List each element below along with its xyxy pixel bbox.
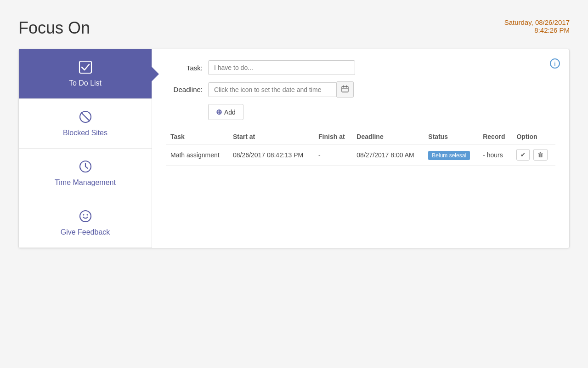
deadline-wrapper (208, 81, 354, 98)
svg-point-8 (86, 214, 88, 216)
status-badge: Belum selesai (428, 151, 470, 160)
datetime-block: Saturday, 08/26/2017 8:42:26 PM (504, 18, 570, 34)
col-status: Status (424, 129, 478, 144)
app-title: Focus On (18, 18, 90, 38)
cell-finish-at: - (314, 144, 352, 166)
svg-point-7 (83, 214, 84, 216)
cell-task: Math assignment (166, 144, 228, 166)
svg-point-6 (80, 211, 91, 222)
col-start-at: Start at (228, 129, 314, 144)
cell-start-at: 08/26/2017 08:42:13 PM (228, 144, 314, 166)
sidebar-time-label: Time Management (55, 178, 116, 187)
sidebar-todo-label: To Do List (69, 79, 102, 87)
col-deadline: Deadline (352, 129, 424, 144)
add-button-row: ⊕ Add (166, 104, 555, 129)
time-icon (79, 160, 92, 176)
table-row: Math assignment 08/26/2017 08:42:13 PM -… (166, 144, 555, 166)
deadline-form-row: Deadline: (166, 81, 555, 98)
col-finish-at: Finish at (314, 129, 352, 144)
info-icon[interactable]: i (550, 58, 560, 71)
cell-record: - hours (478, 144, 512, 166)
col-option: Option (512, 129, 555, 144)
sidebar-item-time[interactable]: Time Management (19, 149, 152, 198)
content-area: i Task: Deadline: (152, 49, 569, 248)
sidebar: To Do List Blocked Sites (19, 49, 152, 248)
task-form-row: Task: (166, 60, 555, 75)
svg-line-5 (85, 167, 88, 168)
add-button[interactable]: ⊕ Add (208, 104, 243, 120)
deadline-input[interactable] (208, 82, 337, 97)
svg-rect-11 (342, 86, 348, 92)
deadline-label: Deadline: (166, 86, 203, 93)
col-task: Task (166, 129, 228, 144)
sidebar-item-todo[interactable]: To Do List (19, 49, 152, 99)
task-table: Task Start at Finish at Deadline Status … (166, 129, 555, 166)
task-input[interactable] (208, 60, 355, 75)
sidebar-item-feedback[interactable]: Give Feedback (19, 198, 152, 248)
cell-option: ✔ 🗑 (512, 144, 555, 166)
time-display: 8:42:26 PM (504, 26, 570, 34)
sidebar-blocked-label: Blocked Sites (63, 129, 107, 137)
todo-icon (79, 60, 92, 76)
calendar-button[interactable] (337, 81, 354, 98)
blocked-icon (79, 110, 92, 126)
date-display: Saturday, 08/26/2017 (504, 18, 570, 26)
header: Focus On Saturday, 08/26/2017 8:42:26 PM (18, 18, 570, 38)
sidebar-item-blocked[interactable]: Blocked Sites (19, 99, 152, 149)
cell-deadline: 08/27/2017 8:00 AM (352, 144, 424, 166)
svg-text:i: i (554, 61, 555, 67)
svg-line-2 (81, 113, 90, 121)
sidebar-feedback-label: Give Feedback (61, 228, 110, 236)
task-label: Task: (166, 64, 203, 72)
feedback-icon (79, 209, 92, 225)
complete-button[interactable]: ✔ (516, 149, 530, 161)
cell-status: Belum selesai (424, 144, 478, 166)
add-plus-icon: ⊕ (216, 108, 222, 116)
table-header-row: Task Start at Finish at Deadline Status … (166, 129, 555, 144)
col-record: Record (478, 129, 512, 144)
delete-button[interactable]: 🗑 (533, 149, 548, 161)
main-container: To Do List Blocked Sites (18, 49, 570, 248)
add-button-label: Add (224, 109, 236, 116)
